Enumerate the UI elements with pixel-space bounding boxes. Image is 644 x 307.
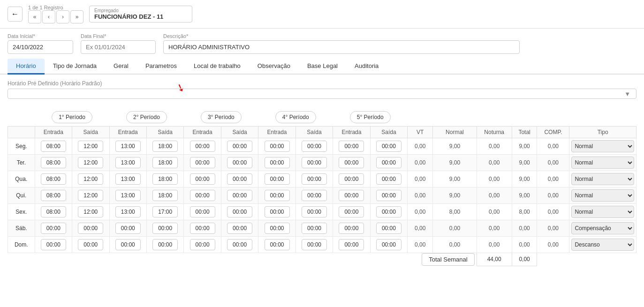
time-input-6-4[interactable] (190, 239, 215, 250)
time-input-1-6[interactable] (265, 157, 290, 168)
time-input-5-1[interactable] (78, 223, 103, 234)
time-input-1-4[interactable] (190, 157, 215, 168)
data-final-input[interactable] (81, 40, 156, 54)
tipo-select-6[interactable]: NormalCompensaçãoDescanso (571, 239, 634, 251)
periodo-2-button[interactable]: 2° Período (126, 111, 167, 123)
time-input-4-3[interactable] (152, 206, 178, 217)
time-input-3-0[interactable] (41, 190, 66, 201)
time-input-1-0[interactable] (41, 157, 66, 168)
time-input-1-5[interactable] (227, 157, 252, 168)
tab-local-trabalho[interactable]: Local de trabalho (185, 59, 249, 75)
time-input-1-8[interactable] (339, 157, 364, 168)
time-input-4-8[interactable] (339, 206, 364, 217)
time-input-0-4[interactable] (190, 141, 215, 152)
time-input-2-6[interactable] (265, 173, 290, 185)
time-input-5-4[interactable] (190, 223, 215, 234)
nav-last-button[interactable]: » (70, 10, 83, 23)
tipo-select-4[interactable]: NormalCompensaçãoDescanso (571, 206, 634, 218)
time-input-1-2[interactable] (115, 157, 141, 168)
time-input-2-1[interactable] (78, 173, 103, 185)
time-input-6-0[interactable] (41, 239, 66, 250)
time-input-4-2[interactable] (115, 206, 141, 217)
time-input-6-6[interactable] (265, 239, 290, 250)
tipo-select-2[interactable]: NormalCompensaçãoDescanso (571, 173, 634, 185)
time-input-2-7[interactable] (302, 173, 327, 185)
time-input-4-5[interactable] (227, 206, 252, 217)
time-input-6-9[interactable] (376, 239, 402, 250)
time-input-5-0[interactable] (41, 223, 66, 234)
nav-first-button[interactable]: « (28, 10, 41, 23)
nav-prev-button[interactable]: ‹ (42, 10, 55, 23)
tab-geral[interactable]: Geral (105, 59, 137, 75)
tab-auditoria[interactable]: Auditoria (346, 59, 387, 75)
time-input-4-6[interactable] (265, 206, 290, 217)
tipo-select-0[interactable]: NormalCompensaçãoDescanso (571, 140, 634, 152)
time-input-2-5[interactable] (227, 173, 252, 185)
time-cell-2-2 (109, 171, 146, 187)
time-input-0-8[interactable] (339, 141, 364, 152)
periodo-4-button[interactable]: 4° Período (275, 111, 316, 123)
time-input-2-0[interactable] (41, 173, 66, 185)
time-input-2-3[interactable] (152, 173, 178, 185)
tab-tipo-jornada[interactable]: Tipo de Jornada (45, 59, 105, 75)
time-input-2-4[interactable] (190, 173, 215, 185)
time-input-6-5[interactable] (227, 239, 252, 250)
time-input-1-7[interactable] (302, 157, 327, 168)
time-input-1-3[interactable] (152, 157, 178, 168)
time-input-1-1[interactable] (78, 157, 103, 168)
time-input-0-7[interactable] (302, 141, 327, 152)
time-input-3-8[interactable] (339, 190, 364, 201)
predefined-select[interactable]: ▼ (8, 89, 636, 99)
tipo-select-3[interactable]: NormalCompensaçãoDescanso (571, 189, 634, 202)
time-input-3-2[interactable] (115, 190, 141, 201)
descricao-input[interactable] (163, 40, 520, 54)
time-input-4-4[interactable] (190, 206, 215, 217)
back-button[interactable]: ← (8, 7, 23, 22)
time-input-2-2[interactable] (115, 173, 141, 185)
time-input-6-1[interactable] (78, 239, 103, 250)
time-input-2-9[interactable] (376, 173, 402, 185)
time-input-6-8[interactable] (339, 239, 364, 250)
nav-next-button[interactable]: › (56, 10, 69, 23)
time-input-5-9[interactable] (376, 223, 402, 234)
time-input-0-5[interactable] (227, 141, 252, 152)
periodo-5-button[interactable]: 5° Período (350, 111, 391, 123)
tipo-select-1[interactable]: NormalCompensaçãoDescanso (571, 157, 634, 169)
time-input-4-9[interactable] (376, 206, 402, 217)
tab-base-legal[interactable]: Base Legal (299, 59, 346, 75)
tipo-select-5[interactable]: NormalCompensaçãoDescanso (571, 222, 634, 234)
time-input-5-8[interactable] (339, 223, 364, 234)
time-input-0-6[interactable] (265, 141, 290, 152)
time-input-5-5[interactable] (227, 223, 252, 234)
time-input-4-1[interactable] (78, 206, 103, 217)
time-input-6-7[interactable] (302, 239, 327, 250)
time-input-0-2[interactable] (115, 141, 141, 152)
time-input-6-2[interactable] (115, 239, 141, 250)
time-input-4-7[interactable] (302, 206, 327, 217)
time-input-2-8[interactable] (339, 173, 364, 185)
time-input-3-9[interactable] (376, 190, 402, 201)
time-input-4-0[interactable] (41, 206, 66, 217)
periodo-3-button[interactable]: 3° Período (201, 111, 242, 123)
time-input-3-4[interactable] (190, 190, 215, 201)
time-input-0-0[interactable] (41, 141, 66, 152)
time-input-3-6[interactable] (265, 190, 290, 201)
tab-parametros[interactable]: Parametros (137, 59, 185, 75)
time-input-0-9[interactable] (376, 141, 402, 152)
time-input-0-1[interactable] (78, 141, 103, 152)
time-input-3-1[interactable] (78, 190, 103, 201)
data-inicial-input[interactable] (8, 40, 73, 54)
time-input-6-3[interactable] (152, 239, 178, 250)
time-input-5-2[interactable] (115, 223, 141, 234)
time-input-5-3[interactable] (152, 223, 178, 234)
time-input-5-6[interactable] (265, 223, 290, 234)
time-input-1-9[interactable] (376, 157, 402, 168)
time-input-5-7[interactable] (302, 223, 327, 234)
tab-observacao[interactable]: Observação (249, 59, 299, 75)
time-input-0-3[interactable] (152, 141, 178, 152)
time-input-3-5[interactable] (227, 190, 252, 201)
time-input-3-3[interactable] (152, 190, 178, 201)
time-input-3-7[interactable] (302, 190, 327, 201)
periodo-1-button[interactable]: 1° Período (52, 111, 92, 123)
tab-horario[interactable]: Horário (8, 59, 45, 75)
